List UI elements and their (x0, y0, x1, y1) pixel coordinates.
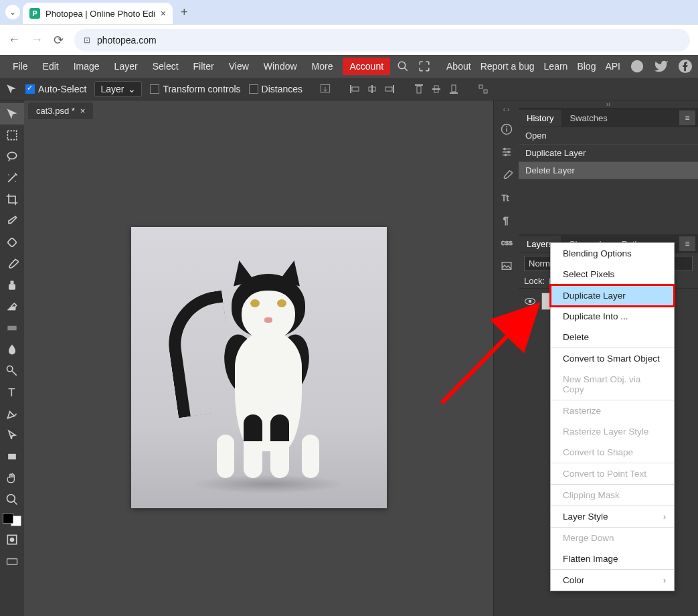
context-menu-item[interactable]: Blending Options (551, 243, 674, 264)
menu-edit[interactable]: Edit (35, 57, 66, 76)
panel-menu-button[interactable]: ≡ (679, 236, 695, 251)
distances-checkbox[interactable]: Distances (249, 84, 302, 94)
context-menu-item[interactable]: Duplicate Into ... (551, 306, 674, 327)
healing-tool[interactable] (0, 232, 24, 253)
panel-menu-button[interactable]: ≡ (679, 110, 695, 125)
context-menu-item[interactable]: Color› (551, 570, 674, 591)
menu-file[interactable]: File (5, 57, 35, 76)
reload-button[interactable]: ⟳ (54, 33, 64, 48)
svg-point-52 (529, 300, 532, 303)
foreground-color-swatch[interactable] (3, 513, 13, 524)
context-menu: Blending OptionsSelect PixelsDuplicate L… (550, 242, 675, 591)
align-left-button[interactable] (348, 82, 361, 96)
shape-tool[interactable] (0, 446, 24, 467)
info-panel-icon[interactable] (499, 122, 514, 137)
url-input[interactable]: ⊡ photopea.com (74, 29, 690, 52)
browser-tab[interactable]: P Photopea | Online Photo Edi × (23, 3, 173, 24)
link-learn[interactable]: Learn (544, 61, 568, 72)
move-tool-icon (5, 83, 17, 95)
zoom-tool[interactable] (0, 489, 24, 510)
move-tool[interactable] (0, 103, 24, 125)
context-menu-item[interactable]: Delete (551, 327, 674, 348)
tab-history[interactable]: History (519, 110, 561, 127)
forward-button[interactable]: → (31, 33, 43, 47)
crop-tool[interactable] (0, 189, 24, 210)
link-blog[interactable]: Blog (577, 61, 596, 72)
tab-swatches[interactable]: Swatches (561, 110, 615, 127)
context-menu-item[interactable]: Layer Style› (551, 506, 674, 527)
menu-layer[interactable]: Layer (107, 57, 145, 76)
tab-close-icon[interactable]: × (161, 8, 166, 19)
menu-filter[interactable]: Filter (186, 57, 222, 76)
back-button[interactable]: ← (8, 33, 20, 47)
svg-point-22 (15, 181, 16, 182)
new-tab-button[interactable]: + (181, 5, 188, 19)
link-api[interactable]: API (605, 61, 620, 72)
transform-controls-checkbox[interactable]: Transform controls (150, 84, 240, 94)
options-bar: Auto-Select Layer ⌄ Transform controls D… (0, 78, 698, 100)
svg-rect-19 (7, 131, 16, 139)
align-top-button[interactable] (412, 82, 426, 96)
clone-tool[interactable] (0, 275, 24, 296)
quick-export-button[interactable] (319, 82, 332, 96)
visibility-icon[interactable] (524, 297, 536, 306)
dock-expand-icon[interactable]: ‹ › (494, 106, 519, 114)
css-panel-icon[interactable]: CSS (499, 236, 514, 250)
auto-select-checkbox[interactable]: Auto-Select (25, 84, 86, 94)
close-icon[interactable]: × (80, 106, 86, 116)
context-menu-item[interactable]: Duplicate Layer (551, 285, 674, 306)
pen-tool[interactable] (0, 403, 24, 425)
history-item[interactable]: Duplicate Layer (519, 145, 698, 162)
panel-expand-icon[interactable]: ›› (519, 100, 698, 108)
menu-more[interactable]: More (304, 57, 341, 76)
site-settings-icon[interactable]: ⊡ (84, 35, 90, 45)
context-menu-item[interactable]: Flatten Image (551, 548, 674, 569)
fullscreen-icon[interactable] (418, 60, 430, 72)
blur-tool[interactable] (0, 339, 24, 360)
facebook-icon[interactable] (678, 59, 693, 74)
quickmask-tool[interactable] (0, 529, 24, 550)
brush-tool[interactable] (0, 253, 24, 275)
canvas[interactable] (24, 119, 493, 616)
eyedropper-tool[interactable] (0, 210, 24, 232)
search-icon[interactable] (397, 60, 409, 72)
type-tool[interactable]: T (0, 382, 24, 403)
account-button[interactable]: Account (343, 58, 390, 75)
distribute-button[interactable] (476, 82, 490, 96)
link-about[interactable]: About (446, 61, 471, 72)
keyboard-icon[interactable] (0, 550, 24, 572)
color-swatches[interactable] (3, 513, 21, 526)
reddit-icon[interactable] (630, 59, 644, 74)
dodge-tool[interactable] (0, 360, 24, 382)
menu-view[interactable]: View (222, 57, 256, 76)
context-menu-item[interactable]: Convert to Smart Object (551, 348, 674, 369)
align-center-h-button[interactable] (365, 82, 379, 96)
layer-group-select[interactable]: Layer ⌄ (94, 81, 142, 97)
document-tab[interactable]: cat3.psd * × (28, 102, 93, 119)
lasso-tool[interactable] (0, 146, 24, 167)
context-menu-item[interactable]: Select Pixels (551, 264, 674, 285)
twitter-icon[interactable] (654, 59, 669, 74)
context-menu-item: Clipping Mask (551, 485, 674, 506)
align-bottom-button[interactable] (447, 82, 460, 96)
marquee-tool[interactable] (0, 125, 24, 146)
menu-select[interactable]: Select (145, 57, 186, 76)
history-item[interactable]: Delete Layer (519, 162, 698, 179)
path-select-tool[interactable] (0, 425, 24, 446)
link-report-bug[interactable]: Report a bug (481, 61, 535, 72)
menu-image[interactable]: Image (66, 57, 107, 76)
paragraph-panel-icon[interactable]: ¶ (499, 213, 514, 228)
align-center-v-button[interactable] (430, 82, 443, 96)
gradient-tool[interactable] (0, 317, 24, 339)
menu-window[interactable]: Window (256, 57, 304, 76)
eraser-tool[interactable] (0, 296, 24, 317)
character-panel-icon[interactable]: Tt (499, 190, 514, 205)
brush-panel-icon[interactable] (499, 167, 514, 182)
history-item[interactable]: Open (519, 127, 698, 145)
adjustments-panel-icon[interactable] (499, 145, 514, 159)
tab-search-button[interactable]: ⌄ (5, 5, 20, 19)
align-right-button[interactable] (383, 82, 396, 96)
hand-tool[interactable] (0, 467, 24, 489)
image-panel-icon[interactable] (499, 258, 514, 273)
wand-tool[interactable] (0, 167, 24, 189)
